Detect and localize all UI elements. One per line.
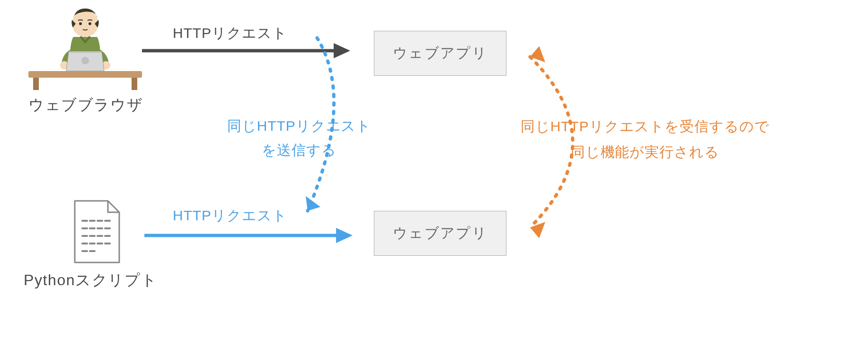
webapp-bottom-label: ウェブアプリ <box>393 224 487 243</box>
svg-point-4 <box>79 22 82 25</box>
blue-note-line1: 同じHTTPリクエスト <box>227 118 371 134</box>
same-request-note: 同じHTTPリクエスト を送信する <box>227 114 371 162</box>
same-function-note: 同じHTTPリクエストを受信するので 同じ機能が実行される <box>521 114 770 165</box>
svg-rect-1 <box>33 78 39 90</box>
orange-note-line1: 同じHTTPリクエストを受信するので <box>521 118 770 134</box>
script-label: Pythonスクリプト <box>24 270 157 291</box>
arrow-bottom-label: HTTPリクエスト <box>173 206 287 226</box>
browser-user-illustration <box>28 5 142 90</box>
svg-point-5 <box>89 22 91 25</box>
svg-marker-18 <box>302 196 322 214</box>
svg-point-3 <box>72 10 98 37</box>
svg-marker-17 <box>336 228 353 243</box>
http-request-arrow-bottom <box>144 230 353 234</box>
script-file-icon <box>71 199 123 265</box>
arrow-top-label: HTTPリクエスト <box>173 24 287 43</box>
svg-rect-0 <box>28 71 142 78</box>
webapp-box-top: ウェブアプリ <box>374 31 506 76</box>
svg-marker-20 <box>528 217 548 238</box>
diagram-canvas: ウェブブラウザ Pythonスクリプト ウェブアプリ ウェブアプリ HTTPリク… <box>0 0 868 343</box>
svg-rect-2 <box>132 78 137 90</box>
browser-label: ウェブブラウザ <box>28 95 143 116</box>
blue-note-line2: を送信する <box>262 142 337 158</box>
orange-note-line2: 同じ機能が実行される <box>571 144 719 160</box>
webapp-top-label: ウェブアプリ <box>393 44 487 63</box>
webapp-box-bottom: ウェブアプリ <box>374 211 506 256</box>
svg-point-8 <box>81 57 89 64</box>
